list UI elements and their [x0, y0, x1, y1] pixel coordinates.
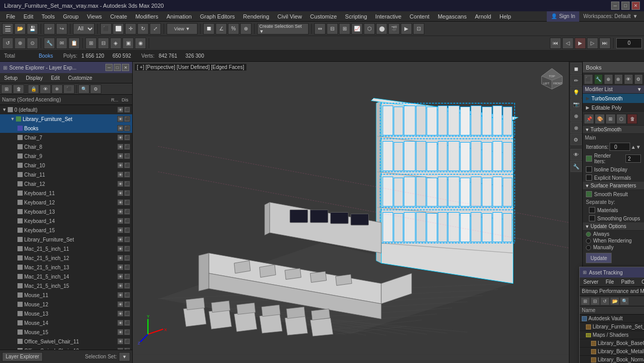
vis-icon[interactable]: 👁: [117, 255, 123, 261]
se-lock[interactable]: 🔒: [28, 84, 39, 94]
at-row[interactable]: Library_Furniture_Set_max_vray.max Netwo…: [580, 323, 644, 331]
create-cameras-icon[interactable]: 📷: [570, 98, 582, 110]
list-item[interactable]: Chair_11👁⬛: [0, 170, 132, 179]
utilities-tab-btn[interactable]: ⚙: [634, 74, 643, 84]
dis-icon[interactable]: ⬛: [124, 218, 130, 224]
list-item[interactable]: Office_Swivel_Chair_11👁⬛: [0, 337, 132, 346]
list-item[interactable]: Mac_21_5_inch_12👁⬛: [0, 253, 132, 263]
spinner-snap[interactable]: %: [228, 23, 239, 34]
dis-icon[interactable]: ⬛: [124, 310, 130, 317]
se-new-layer[interactable]: ⊞: [1, 84, 12, 94]
nav-cube[interactable]: TOP LEFT FRONT: [539, 66, 565, 92]
at-menu-paths[interactable]: Paths: [620, 279, 636, 285]
when-rendering-radio[interactable]: [586, 238, 591, 244]
prev-key-button[interactable]: ◁: [562, 38, 574, 49]
vis-icon[interactable]: 👁: [117, 283, 123, 289]
modifier-editable-poly[interactable]: ▶ Editable Poly: [583, 103, 644, 112]
dis-icon[interactable]: ⬛: [124, 264, 130, 270]
dis-icon[interactable]: ⬛: [124, 181, 130, 187]
at-btn-1[interactable]: ⊞: [581, 297, 590, 305]
minimize-button[interactable]: ─: [611, 2, 619, 10]
list-item[interactable]: Keyboard_15👁⬛: [0, 226, 132, 235]
motion-tab-btn[interactable]: ⊗: [614, 74, 623, 84]
vis-icon[interactable]: 👁: [117, 236, 123, 243]
menu-arnold[interactable]: Arnold: [471, 12, 495, 21]
create-tab-btn[interactable]: ⬛: [584, 74, 593, 84]
vis-icon[interactable]: 👁: [117, 301, 123, 307]
menu-megascans[interactable]: Megascans: [434, 12, 471, 21]
anim-btn-1[interactable]: ↺: [2, 38, 13, 49]
render-iters-input[interactable]: [625, 154, 641, 163]
turbosmooth-section-header[interactable]: ▼ TurboSmooth: [583, 126, 644, 134]
se-render[interactable]: ⬛: [63, 84, 75, 94]
list-item[interactable]: Chair_8👁⬛: [0, 142, 132, 151]
at-row[interactable]: Maps / Shaders: [580, 331, 644, 339]
list-item[interactable]: Mouse_12👁⬛: [0, 300, 132, 309]
vis-icon[interactable]: 👁: [117, 338, 123, 344]
dis-icon[interactable]: ⬛: [124, 134, 130, 141]
selection-set-dropdown[interactable]: ▼: [119, 352, 130, 361]
render-iters-checkbox[interactable]: [586, 155, 592, 162]
anim-btn-7[interactable]: ⊞: [85, 38, 97, 49]
dis-icon[interactable]: ⬛: [124, 292, 130, 298]
vis-icon[interactable]: 👁: [117, 171, 123, 178]
modify-tab-btn[interactable]: 🔧: [594, 74, 603, 84]
at-menu-server[interactable]: Server: [582, 279, 600, 285]
at-row[interactable]: Autodesk Vault Logged...: [580, 315, 644, 323]
dis-icon[interactable]: ⬛: [124, 320, 130, 326]
modifier-list-dropdown[interactable]: ▼: [637, 87, 642, 92]
list-item[interactable]: Mac_21_5_inch_15👁⬛: [0, 281, 132, 290]
list-item[interactable]: Mac_21_5_inch_13👁⬛: [0, 263, 132, 272]
anim-btn-10[interactable]: ▣: [122, 38, 134, 49]
dis-icon[interactable]: ⬛: [124, 125, 130, 131]
isoline-checkbox[interactable]: [586, 166, 592, 172]
select-region-button[interactable]: ⬜: [113, 23, 124, 34]
se-minimize-button[interactable]: ─: [105, 64, 113, 71]
dis-icon[interactable]: ⬛: [124, 144, 130, 150]
redo-button[interactable]: ↪: [56, 23, 67, 34]
modifier-turbosmooth[interactable]: ▶ TurboSmooth: [583, 94, 644, 103]
list-item[interactable]: Books 👁 ⬛: [0, 124, 132, 133]
at-btn-3[interactable]: ↺: [600, 297, 610, 305]
vis-icon[interactable]: 👁: [117, 329, 123, 335]
display-icon[interactable]: 👁: [570, 149, 582, 160]
explicit-normals-checkbox[interactable]: [586, 175, 592, 181]
render-last-button[interactable]: ⊡: [413, 23, 424, 34]
iterations-input[interactable]: [610, 143, 630, 151]
menu-tools[interactable]: Tools: [38, 12, 59, 21]
named-selection-button[interactable]: Create Selection Set ▼: [257, 23, 309, 34]
se-close-button[interactable]: ✕: [122, 64, 129, 71]
select-button[interactable]: ⬛: [100, 23, 112, 34]
vis-icon[interactable]: 👁: [117, 310, 123, 317]
dis-icon[interactable]: ⬛: [124, 209, 130, 215]
list-item[interactable]: Keyboard_11👁⬛: [0, 188, 132, 198]
next-key-button[interactable]: ▷: [587, 38, 598, 49]
vis-icon[interactable]: 👁: [117, 209, 123, 215]
create-geometry-icon[interactable]: ◼: [570, 63, 582, 74]
at-btn-5[interactable]: 🔍: [620, 297, 629, 305]
save-button[interactable]: 💾: [27, 23, 38, 34]
se-menu-edit[interactable]: Edit: [49, 75, 62, 81]
mirror-button[interactable]: ⇔: [314, 23, 326, 34]
menu-file[interactable]: File: [2, 12, 20, 21]
list-item[interactable]: Mouse_11👁⬛: [0, 290, 132, 300]
anim-btn-8[interactable]: ⊟: [98, 38, 109, 49]
vis-icon[interactable]: 👁: [117, 125, 123, 131]
menu-views[interactable]: Views: [83, 12, 106, 21]
list-item[interactable]: Chair_10👁⬛: [0, 161, 132, 170]
dis-icon[interactable]: ⬛: [124, 246, 130, 252]
menu-modifiers[interactable]: Modifiers: [131, 12, 163, 21]
list-item[interactable]: Chair_9👁⬛: [0, 151, 132, 161]
smooth-result-checkbox[interactable]: [586, 191, 592, 197]
curve-editor-button[interactable]: 📈: [351, 23, 363, 34]
anim-btn-3[interactable]: ⊙: [27, 38, 38, 49]
materials-checkbox[interactable]: [589, 207, 595, 213]
create-shapes-icon[interactable]: ✏: [570, 75, 582, 86]
dis-icon[interactable]: ⬛: [124, 227, 130, 233]
filter-dropdown[interactable]: All: [73, 23, 95, 34]
utilities-icon[interactable]: 🔧: [570, 161, 582, 172]
list-item[interactable]: Library_Furniture_Set 👁 ⬛: [0, 114, 132, 124]
list-item[interactable]: Chair_7👁⬛: [0, 133, 132, 142]
menu-create[interactable]: Create: [106, 12, 131, 21]
se-float-button[interactable]: □: [114, 64, 121, 71]
